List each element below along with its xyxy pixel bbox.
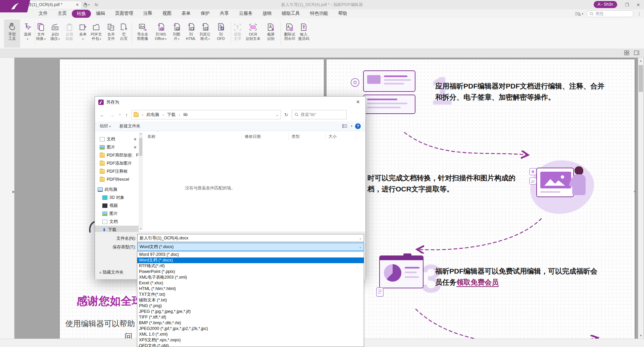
to-ms-office-button[interactable]: 到 MSOffice — [153, 19, 169, 48]
export-all-images-button[interactable]: 导出全部图像 — [135, 19, 151, 48]
savetype-option[interactable]: TIFF (*.tiff,*.tif) — [137, 314, 364, 320]
menu-item[interactable]: 辅助工具 — [277, 10, 305, 18]
savetype-option[interactable]: BMP (*.bmp,*.dib,*.rle) — [137, 320, 364, 326]
filename-input[interactable]: 新人引导(1)_OCR(4).docx ⌄ — [137, 234, 364, 242]
claim-free-membership-link[interactable]: 领取免费会员 — [456, 278, 499, 287]
quick-find-icon[interactable] — [575, 11, 581, 16]
hand-tool-button[interactable]: 手型工具 — [4, 19, 20, 48]
column-type[interactable]: 类型 — [289, 132, 326, 140]
savetype-option[interactable]: Word文档 (*.docx) — [137, 257, 364, 263]
savetype-option[interactable]: JPEG2000 (*.jpf,*.jpx,*.jp2,*.j2k,*.jpc) — [137, 326, 364, 332]
reading-panel-icon[interactable] — [634, 50, 639, 55]
vertical-scrollbar[interactable] — [638, 58, 644, 339]
more-options-icon[interactable]: ⋮ — [637, 11, 641, 16]
savetype-option[interactable]: PowerPoint (*.pptx) — [137, 269, 364, 275]
back-icon[interactable]: ← — [98, 112, 106, 118]
savetype-option[interactable]: Word 97-2003 (*.doc) — [137, 252, 364, 257]
savetype-option[interactable]: TXT文件(*.txt) — [137, 292, 364, 297]
column-date[interactable]: 修改日期 — [242, 132, 289, 140]
address-dropdown-caret[interactable]: ⌄ — [276, 113, 279, 117]
savetype-option[interactable]: 辅助文本 (*.txt) — [137, 297, 364, 303]
menu-item[interactable]: 保护 — [196, 10, 215, 18]
from-scanner-button[interactable]: 从扫描仪 — [47, 19, 63, 48]
minimize-button[interactable]: — — [610, 0, 621, 9]
foxit-logo[interactable] — [0, 0, 30, 12]
savetype-option[interactable]: PNG (*.png) — [137, 303, 364, 309]
scroll-up-icon[interactable]: ▲ — [638, 58, 644, 64]
tree-item-folder[interactable]: PDF注释框 — [95, 167, 139, 175]
menu-item[interactable]: 编辑 — [91, 10, 110, 18]
remove-trial-watermark-button[interactable]: 删除试用水印 — [282, 19, 298, 48]
menu-item[interactable]: 帮助 — [333, 10, 352, 18]
savetype-option[interactable]: RTF格式(*.rtf) — [137, 263, 364, 269]
menu-item[interactable]: 特色功能 — [305, 10, 333, 18]
tree-item-documents[interactable]: 文档 — [95, 218, 139, 226]
dialog-search-input[interactable]: 搜索"lib" — [292, 110, 347, 119]
restore-button[interactable]: ❐ — [621, 0, 633, 9]
view-mode-caret[interactable]: ▾ — [351, 124, 352, 128]
savetype-option[interactable]: Excel (*.xlsx) — [137, 280, 364, 286]
dialog-titlebar[interactable]: 另存为 — [95, 97, 365, 108]
refresh-icon[interactable]: ↻ — [283, 112, 290, 117]
breadcrumb-lib[interactable]: lib — [184, 112, 188, 117]
sidebar-expand-handle[interactable]: ▶ — [12, 190, 15, 193]
tree-item-pictures[interactable]: 图片 — [95, 210, 139, 218]
tree-scrollbar-thumb[interactable] — [139, 138, 142, 156]
help-icon[interactable]: ? — [355, 123, 361, 129]
pdf-portfolio-button[interactable]: PDF文件包 — [88, 19, 104, 48]
blank-page-button[interactable]: 空白页 — [116, 19, 132, 48]
file-convert-button[interactable]: 文件转换 — [33, 19, 49, 48]
to-html-button[interactable]: 到HTML — [183, 19, 199, 48]
right-panel-collapse-handle[interactable]: ◂ — [634, 189, 636, 193]
menu-item[interactable]: 页面管理 — [110, 10, 138, 18]
filename-dropdown-caret[interactable]: ⌄ — [359, 236, 362, 240]
menu-item[interactable]: 视图 — [157, 10, 177, 18]
organize-button[interactable]: 组织 ▾ — [100, 123, 111, 129]
new-folder-button[interactable]: 新建文件夹 — [119, 123, 141, 129]
menu-item[interactable]: 转换 — [72, 10, 91, 18]
ocr-recognize-button[interactable]: OCR识别文本 — [245, 19, 261, 48]
tree-scrollbar[interactable]: ∧ ∨ — [139, 132, 143, 230]
breadcrumb-downloads[interactable]: 下载 — [167, 112, 176, 118]
grid-view-icon[interactable] — [624, 50, 629, 55]
menu-item[interactable]: 文件 — [34, 10, 53, 18]
tree-item-pictures-pinned[interactable]: 图片✱ — [95, 143, 139, 151]
recent-locations-caret[interactable]: ▾ — [118, 113, 122, 116]
tree-item-folder[interactable]: PDF添加图片 — [95, 159, 139, 167]
hide-folders-button[interactable]: ∧ 隐藏文件夹 — [99, 270, 123, 275]
menu-item[interactable]: 主页 — [53, 10, 72, 18]
savetype-option[interactable]: OFD文件 (*.ofd) — [137, 343, 364, 347]
column-size[interactable]: 大小 — [326, 132, 356, 140]
scroll-down-icon[interactable]: ▼ — [638, 333, 644, 339]
menu-item[interactable]: 注释 — [138, 10, 157, 18]
menu-item[interactable]: 表单 — [177, 10, 196, 18]
breadcrumb-this-pc[interactable]: 此电脑 — [147, 112, 159, 118]
close-button[interactable]: ✕ — [633, 0, 644, 9]
savetype-combobox[interactable]: Word文档 (*.docx) ⌄ — [137, 243, 364, 251]
tree-item-documents-pinned[interactable]: 文档✱ — [95, 135, 139, 143]
to-image-button[interactable]: 到图片 — [168, 19, 185, 48]
savetype-option[interactable]: XPS文档(*.xps,*.oxps) — [137, 337, 364, 343]
tree-item-this-pc[interactable]: 此电脑 — [95, 185, 139, 193]
menu-item[interactable]: 放映 — [258, 10, 277, 18]
address-bar[interactable]: › 此电脑 › 下载 › lib ⌄ — [131, 110, 281, 119]
screen-capture-ocr-button[interactable]: 截屏识别 — [263, 19, 279, 48]
savetype-option[interactable]: XML 1.0 (*.xml) — [137, 332, 364, 337]
savetype-dropdown-caret[interactable]: ⌄ — [359, 245, 362, 249]
column-name[interactable]: 名称 — [145, 132, 242, 140]
find-input[interactable]: 查找 — [587, 10, 634, 17]
tree-item-videos[interactable]: 视频 — [95, 201, 139, 210]
to-other-format-button[interactable]: 到其它格式 — [197, 19, 213, 48]
menu-item[interactable]: 云服务 — [234, 10, 258, 18]
savetype-option[interactable]: HTML (*.htm;*.html) — [137, 286, 364, 292]
tree-item-folder[interactable]: PDF转excel — [95, 175, 139, 183]
tree-item-folder[interactable]: PDF局部加密、F — [95, 151, 139, 159]
scrollbar-thumb[interactable] — [639, 65, 643, 92]
savetype-option[interactable]: JPEG (*.jpg,*.jpeg,*.jpe,*.jif) — [137, 309, 364, 314]
dialog-close-button[interactable]: ✕ — [350, 97, 365, 107]
to-ofd-button[interactable]: 到OFD — [213, 19, 229, 48]
up-icon[interactable]: ↑ — [124, 112, 130, 118]
new-tab-button[interactable]: + — [85, 1, 88, 7]
view-mode-icon[interactable] — [342, 124, 348, 128]
enter-activation-code-button[interactable]: 输入激活码 — [296, 19, 312, 48]
